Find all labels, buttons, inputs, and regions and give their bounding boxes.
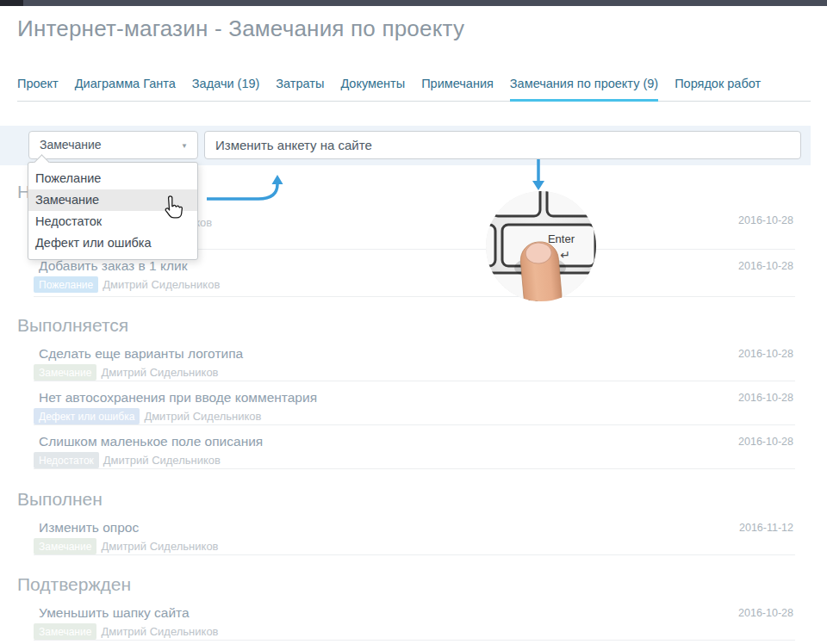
remark-date: 2016-11-12 xyxy=(739,522,793,534)
remark-author: Дмитрий Сидельников xyxy=(103,454,221,467)
remark-item[interactable]: Сделать еще варианты логотипаЗамечаниеДм… xyxy=(34,337,795,381)
remark-title: Слишком маленькое поле описания xyxy=(34,434,795,449)
return-arrow-icon: ↵ xyxy=(560,248,570,262)
remark-title-input[interactable] xyxy=(204,131,801,159)
top-bar xyxy=(0,0,827,6)
menu-option-0[interactable]: Пожелание xyxy=(28,168,197,189)
tab-4[interactable]: Документы xyxy=(340,67,405,102)
remark-author: Дмитрий Сидельников xyxy=(101,625,218,638)
remark-date: 2016-10-28 xyxy=(738,436,793,448)
remark-type-select[interactable]: Замечание ▼ xyxy=(28,131,198,159)
remark-item[interactable]: Нет автосохранения при вводе комментария… xyxy=(34,381,795,425)
section-heading: Подтвержден xyxy=(17,573,811,596)
remark-date: 2016-10-28 xyxy=(738,214,793,226)
remark-type-badge: Замечание xyxy=(34,623,96,640)
remark-title: Изменить опрос xyxy=(34,520,795,535)
page-title: Интернет-магазин - Замечания по проекту xyxy=(17,15,464,42)
remark-type-badge: Замечание xyxy=(34,538,96,554)
menu-option-3[interactable]: Дефект или ошибка xyxy=(28,232,197,254)
remark-type-badge: Пожелание xyxy=(34,276,98,293)
top-bar-left-segment xyxy=(0,0,23,6)
status-section-3: ПодтвержденУменьшить шапку сайтаЗамечани… xyxy=(0,573,811,596)
remark-item[interactable]: Слишком маленькое поле описанияНедостато… xyxy=(34,425,795,469)
remark-author: Дмитрий Сидельников xyxy=(101,540,218,553)
tab-1[interactable]: Диаграмма Ганта xyxy=(75,67,176,102)
remark-type-badge: Замечание xyxy=(34,364,96,381)
remark-date: 2016-10-28 xyxy=(738,348,793,360)
curved-arrow-icon xyxy=(205,174,286,207)
new-remark-toolbar: Замечание ▼ xyxy=(0,126,811,165)
enter-key-illustration: Enter ↵ xyxy=(485,190,597,302)
remark-title: Уменьшить шапку сайта xyxy=(34,605,795,620)
remark-author: Дмитрий Сидельников xyxy=(103,278,220,291)
status-section-1: ВыполняетсяСделать еще варианты логотипа… xyxy=(0,314,811,337)
enter-key-label: Enter xyxy=(548,232,575,245)
tab-5[interactable]: Примечания xyxy=(421,67,494,102)
remark-author: Дмитрий Сидельников xyxy=(101,366,218,379)
section-heading: Выполнен xyxy=(17,488,811,511)
remark-date: 2016-10-28 xyxy=(738,392,793,404)
remark-item[interactable]: Изменить опросЗамечаниеДмитрий Сидельник… xyxy=(34,511,795,555)
remark-title: Сделать еще варианты логотипа xyxy=(34,346,795,361)
hand-cursor-icon xyxy=(160,195,183,226)
remark-title: Добавить заказ в 1 клик xyxy=(34,258,795,273)
remark-type-badge: Недостаток xyxy=(34,452,99,468)
tab-0[interactable]: Проект xyxy=(17,67,59,102)
tab-3[interactable]: Затраты xyxy=(276,67,324,102)
down-arrow-icon xyxy=(527,158,550,196)
remark-type-select-value: Замечание xyxy=(29,132,197,158)
chevron-down-icon: ▼ xyxy=(181,142,188,150)
remark-date: 2016-10-28 xyxy=(738,607,793,619)
tab-7[interactable]: Порядок работ xyxy=(675,67,761,102)
remark-type-badge: Дефект или ошибка xyxy=(34,408,140,424)
tab-bar: ПроектДиаграмма ГантаЗадачи (19)ЗатратыД… xyxy=(17,67,811,102)
remark-date: 2016-10-28 xyxy=(738,260,793,272)
remark-item[interactable]: Уменьшить шапку сайтаЗамечаниеДмитрий Си… xyxy=(34,597,795,641)
tab-6[interactable]: Замечания по проекту (9) xyxy=(510,67,658,102)
remark-title: Нет автосохранения при вводе комментария xyxy=(34,390,795,405)
section-heading: Выполняется xyxy=(17,314,811,337)
tab-2[interactable]: Задачи (19) xyxy=(192,67,260,102)
status-section-2: ВыполненИзменить опросЗамечаниеДмитрий С… xyxy=(0,488,811,511)
remark-author: Дмитрий Сидельников xyxy=(144,410,261,423)
